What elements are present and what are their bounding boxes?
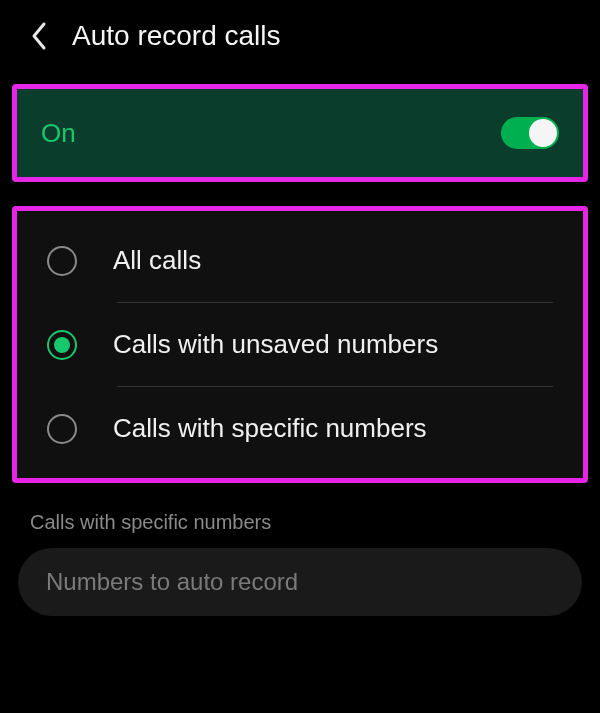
option-specific-numbers[interactable]: Calls with specific numbers: [17, 387, 583, 470]
radio-icon: [47, 414, 77, 444]
option-label: Calls with specific numbers: [113, 413, 427, 444]
option-unsaved-numbers[interactable]: Calls with unsaved numbers: [17, 303, 583, 386]
option-label: All calls: [113, 245, 201, 276]
specific-numbers-heading: Calls with specific numbers: [30, 511, 570, 534]
option-all-calls[interactable]: All calls: [17, 219, 583, 302]
toggle-state-label: On: [41, 118, 76, 149]
record-mode-options: All calls Calls with unsaved numbers Cal…: [12, 206, 588, 483]
header-bar: Auto record calls: [0, 0, 600, 76]
radio-icon: [47, 246, 77, 276]
toggle-knob-icon: [529, 119, 557, 147]
back-icon[interactable]: [30, 21, 48, 51]
numbers-input-placeholder: Numbers to auto record: [46, 568, 298, 595]
option-label: Calls with unsaved numbers: [113, 329, 438, 360]
page-title: Auto record calls: [72, 20, 281, 52]
numbers-input[interactable]: Numbers to auto record: [18, 548, 582, 616]
radio-selected-icon: [47, 330, 77, 360]
toggle-switch[interactable]: [501, 117, 559, 149]
master-toggle-panel[interactable]: On: [12, 84, 588, 182]
